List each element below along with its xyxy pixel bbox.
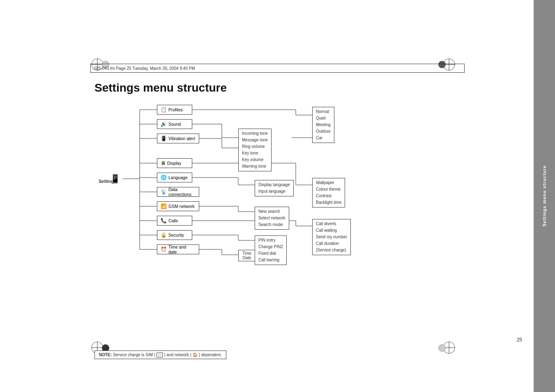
sound-sub-warning: Warning tone (242, 163, 268, 170)
sound-sub-key: Key tone (242, 150, 268, 157)
sound-sub-keyvolume: Key volume (242, 157, 268, 163)
profiles-subitems: Normal Quiet Meeting Outdoor Car (312, 107, 334, 143)
page-title: Settings menu structure (94, 81, 227, 95)
note-sim-icon: □ (157, 353, 163, 357)
date-option: Date (241, 256, 253, 260)
calls-sub-duration: Call duration (316, 240, 347, 247)
vibration-label: Vibration alert (168, 136, 195, 141)
security-sub-fixed: Fixed dial (258, 250, 283, 257)
calls-sub-service: (Service charge) (316, 247, 347, 254)
calls-subitems: Call diverts Call waiting Send my number… (312, 219, 351, 255)
menu-item-language: 🌐 Language (157, 173, 192, 182)
settings-icon: 📱 (110, 174, 120, 184)
gsm-sub-new: New search (258, 208, 286, 215)
gsm-icon: 📶 (161, 203, 167, 209)
language-sub-input: Input language (258, 188, 290, 195)
profile-car: Car (316, 135, 331, 141)
sound-subitems: Incoming tone Message tone Ring volume K… (238, 129, 272, 171)
menu-item-vibration: 📳 Vibration alert (157, 134, 199, 143)
note-text3: ) dependent. (199, 353, 222, 357)
note-network-icon: 🏠 (193, 353, 198, 357)
profile-meeting: Meeting (316, 122, 331, 128)
gsm-sub-mode: Search mode (258, 221, 286, 228)
note-text: Service charge is SIM ( (113, 353, 155, 357)
security-sub-barring: Call barring (258, 257, 283, 263)
security-sub-pin2: Change PIN2 (258, 244, 283, 250)
vibration-icon: 📳 (161, 136, 167, 141)
data-label: Data connections (168, 187, 196, 197)
sound-sub-ring: Ring volume (242, 143, 268, 150)
note-box: NOTE: Service charge is SIM ( □ ) and ne… (94, 350, 226, 359)
profile-quiet: Quiet (316, 115, 331, 122)
display-subitems: Wallpaper Colour theme Contrast Backligh… (312, 178, 345, 208)
profile-normal: Normal (316, 108, 331, 115)
profiles-label: Profiles (168, 107, 183, 112)
sound-icon: 🔊 (161, 121, 167, 127)
menu-item-gsm: 📶 GSM network (157, 201, 199, 211)
sidebar-label: Settings menu structure (542, 165, 547, 227)
profiles-icon: 📋 (161, 107, 167, 113)
sound-sub-incoming: Incoming tone (242, 130, 268, 137)
display-icon: 🖥 (161, 160, 166, 166)
menu-item-calls: 📞 Calls (157, 216, 192, 226)
security-subitems: PIN entry Change PIN2 Fixed dial Call ba… (255, 235, 287, 265)
display-sub-contrast: Contrast (316, 193, 341, 199)
security-icon: 🔒 (161, 232, 167, 238)
time-option: Time (241, 251, 253, 256)
sound-sub-message: Message tone (242, 137, 268, 143)
right-sidebar: Settings menu structure (534, 0, 555, 392)
display-sub-backlight: Backlight time (316, 199, 341, 206)
language-icon: 🌐 (161, 175, 167, 180)
display-sub-colour: Colour theme (316, 186, 341, 193)
calls-sub-sendnum: Send my number (316, 234, 347, 240)
menu-item-display: 🖥 Display (157, 158, 192, 168)
calls-label: Calls (168, 218, 178, 223)
language-sub-display: Display language (258, 182, 290, 188)
header-bar: 025-043.fm Page 25 Tuesday, March 30, 20… (90, 64, 465, 73)
menu-item-timedate: ⏰ Time and date (157, 244, 199, 254)
calls-sub-diverts: Call diverts (316, 221, 347, 227)
data-icon: 📡 (161, 189, 167, 195)
timedate-label: Time and date (168, 244, 196, 254)
sound-label: Sound (168, 122, 181, 127)
note-bold: NOTE: (99, 353, 113, 357)
gsm-sub-select: Select network (258, 215, 286, 221)
gsm-subitems: New search Select network Search mode (255, 207, 289, 230)
timedate-toggle: Time Date (238, 250, 256, 261)
timedate-icon: ⏰ (161, 247, 167, 252)
security-label: Security (168, 233, 184, 238)
calls-icon: 📞 (161, 218, 167, 224)
display-sub-wallpaper: Wallpaper (316, 180, 341, 186)
header-text: 025-043.fm Page 25 Tuesday, March 30, 20… (94, 66, 195, 71)
language-subitems: Display language Input language (255, 180, 294, 196)
menu-item-data: 📡 Data connections (157, 187, 199, 197)
calls-sub-waiting: Call waiting (316, 227, 347, 234)
menu-item-profiles: 📋 Profiles (157, 105, 192, 115)
gsm-label: GSM network (168, 204, 195, 209)
language-label: Language (168, 175, 188, 180)
display-label: Display (167, 161, 181, 166)
menu-item-sound: 🔊 Sound (157, 119, 192, 129)
security-sub-pin: PIN entry (258, 237, 283, 244)
menu-item-security: 🔒 Security (157, 230, 192, 240)
note-text2: ) and network ( (164, 353, 191, 357)
profile-outdoor: Outdoor (316, 128, 331, 135)
diagram-area: Settings 📱 (94, 105, 530, 351)
